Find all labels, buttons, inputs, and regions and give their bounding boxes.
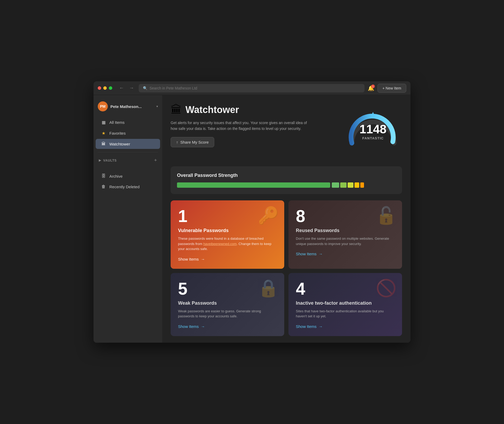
search-input[interactable] (150, 86, 360, 90)
strength-title: Overall Password Strength (177, 173, 396, 178)
vulnerable-title: Vulnerable Passwords (178, 228, 277, 233)
twofa-desc: Sites that have two-factor authenticatio… (296, 309, 395, 319)
strength-segments (332, 182, 396, 188)
vaults-header[interactable]: ▶ VAULTS + (94, 156, 162, 165)
archive-icon: 🗄 (101, 174, 106, 178)
notification-badge: 1 (371, 84, 375, 88)
close-button[interactable] (98, 86, 101, 90)
twofactor-icon: 🚫 (376, 278, 397, 298)
weak-passwords-card: 🔒 5 Weak Passwords Weak passwords are ea… (171, 273, 284, 336)
titlebar: ← → 🔍 🔔 1 + New Item (94, 81, 410, 95)
arrow-right-icon: → (319, 324, 323, 329)
star-icon: ★ (101, 131, 106, 136)
search-icon: 🔍 (143, 86, 147, 90)
back-button[interactable]: ← (118, 84, 125, 92)
twofa-show-items[interactable]: Show Items → (296, 324, 395, 329)
lock-icon: 🔓 (376, 206, 397, 225)
strength-bar-main (177, 182, 330, 188)
gauge-center: 1148 FANTASTIC (360, 123, 386, 140)
watchtower-title-area: 🏛 Watchtower Get alerts for any security… (171, 103, 344, 147)
reused-title: Reused Passwords (296, 228, 395, 233)
score-label: FANTASTIC (360, 136, 386, 140)
traffic-lights (98, 86, 112, 90)
sidebar-item-recently-deleted[interactable]: 🗑 Recently Deleted (96, 182, 160, 192)
twofa-title: Inactive two-factor authentication (296, 300, 395, 306)
sidebar-item-all-items[interactable]: ▦ All Items (96, 117, 160, 128)
hibp-link[interactable]: haveibeenpwned.com (203, 242, 236, 246)
expand-icon: ▶ (99, 159, 101, 162)
score-gauge: 1148 FANTASTIC (344, 101, 402, 159)
watchtower-header: 🏛 Watchtower Get alerts for any security… (171, 103, 402, 159)
password-strength-section: Overall Password Strength (171, 166, 402, 194)
weak-title: Weak Passwords (178, 300, 277, 306)
show-items-label: Show Items (178, 257, 199, 261)
sidebar-item-favorites[interactable]: ★ Favorites (96, 128, 160, 138)
main-content: 🏛 Watchtower Get alerts for any security… (162, 95, 410, 343)
user-name: Pete Matheson... (110, 104, 154, 109)
sidebar: PM Pete Matheson... ▾ ▦ All Items ★ Favo… (94, 95, 162, 343)
seg-5 (360, 182, 364, 188)
reused-passwords-card: 🔓 8 Reused Passwords Don't use the same … (288, 200, 402, 269)
sidebar-item-label: Favorites (109, 131, 126, 135)
show-items-label: Show Items (296, 252, 316, 256)
new-item-button[interactable]: + New Item (377, 84, 406, 93)
fullscreen-button[interactable] (109, 86, 112, 90)
show-items-label: Show Items (178, 324, 199, 329)
chevron-down-icon: ▾ (156, 105, 158, 108)
weak-icon: 🔒 (258, 278, 279, 298)
app-window: ← → 🔍 🔔 1 + New Item PM Pete Matheson...… (94, 81, 410, 343)
arrow-right-icon: → (201, 257, 205, 261)
share-score-label: Share My Score (180, 140, 209, 144)
share-score-button[interactable]: ↑ Share My Score (171, 137, 214, 147)
watchtower-description: Get alerts for any security issues that … (171, 120, 308, 132)
reused-show-items[interactable]: Show Items → (296, 252, 395, 256)
sidebar-divider (98, 152, 158, 152)
add-vault-button[interactable]: + (154, 158, 157, 163)
seg-2 (340, 182, 347, 188)
vulnerable-passwords-card: 🔑 1 Vulnerable Passwords These passwords… (171, 200, 284, 269)
strength-bar-container (177, 182, 396, 188)
arrow-right-icon: → (319, 252, 323, 256)
inactive-2fa-card: 🚫 4 Inactive two-factor authentication S… (288, 273, 402, 336)
sidebar-item-archive[interactable]: 🗄 Archive (96, 171, 160, 181)
sidebar-item-label: All Items (109, 120, 125, 125)
seg-3 (348, 182, 353, 188)
avatar: PM (98, 101, 108, 111)
sidebar-item-label: Watchtower (109, 142, 130, 146)
vulnerable-desc: These passwords were found in a database… (178, 236, 277, 252)
weak-desc: Weak passwords are easier to guess. Gene… (178, 309, 277, 319)
notification-button[interactable]: 🔔 1 (368, 85, 374, 91)
vaults-label: VAULTS (103, 159, 117, 162)
weak-show-items[interactable]: Show Items → (178, 324, 277, 329)
search-bar[interactable]: 🔍 (139, 84, 365, 92)
score-value: 1148 (360, 123, 386, 135)
all-items-icon: ▦ (101, 120, 106, 125)
sidebar-item-label: Recently Deleted (109, 185, 139, 189)
trash-icon: 🗑 (101, 184, 106, 189)
page-title: Watchtower (185, 104, 239, 115)
show-items-label: Show Items (296, 324, 316, 329)
sidebar-item-watchtower[interactable]: 🏛 Watchtower (96, 139, 160, 149)
watchtower-page-icon: 🏛 (171, 103, 182, 116)
password-icon: 🔑 (258, 206, 279, 225)
watchtower-icon: 🏛 (101, 142, 106, 146)
cards-grid: 🔑 1 Vulnerable Passwords These passwords… (171, 200, 402, 336)
share-icon: ↑ (176, 140, 178, 144)
sidebar-item-label: Archive (109, 174, 123, 178)
vulnerable-show-items[interactable]: Show Items → (178, 257, 277, 261)
nav-buttons: ← → (118, 84, 136, 92)
forward-button[interactable]: → (128, 84, 136, 92)
content-area: PM Pete Matheson... ▾ ▦ All Items ★ Favo… (94, 95, 410, 343)
user-header[interactable]: PM Pete Matheson... ▾ (94, 99, 162, 117)
watchtower-title: 🏛 Watchtower (171, 103, 344, 116)
minimize-button[interactable] (103, 86, 107, 90)
arrow-right-icon: → (201, 324, 205, 329)
seg-4 (354, 182, 359, 188)
reused-desc: Don't use the same password on multiple … (296, 236, 395, 246)
seg-1 (332, 182, 339, 188)
